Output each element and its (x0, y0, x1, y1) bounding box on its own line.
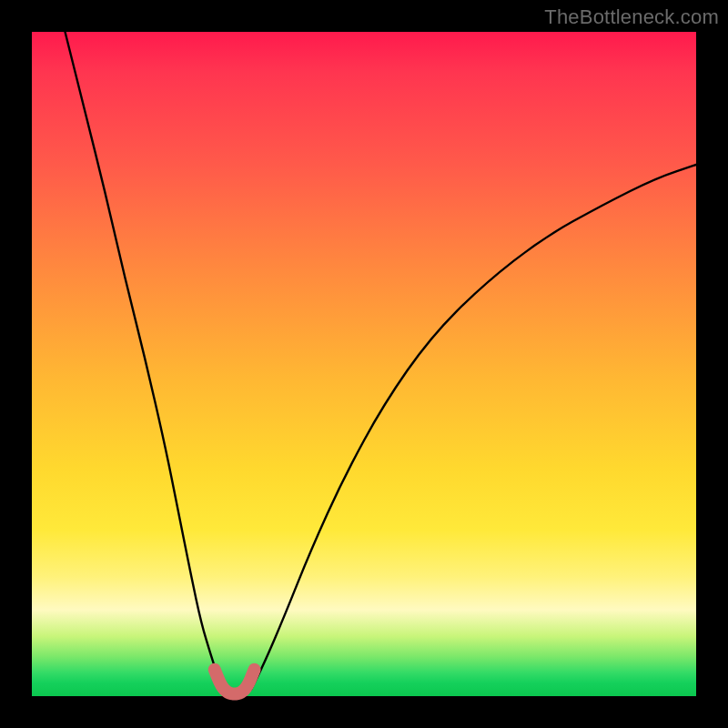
curve-right-branch (251, 165, 696, 690)
watermark-text: TheBottleneck.com (544, 5, 719, 29)
curve-left-branch (66, 32, 225, 690)
valley-highlight (215, 670, 255, 694)
chart-frame: TheBottleneck.com (0, 0, 728, 728)
plot-area (32, 32, 696, 696)
curve-layer (32, 32, 696, 696)
